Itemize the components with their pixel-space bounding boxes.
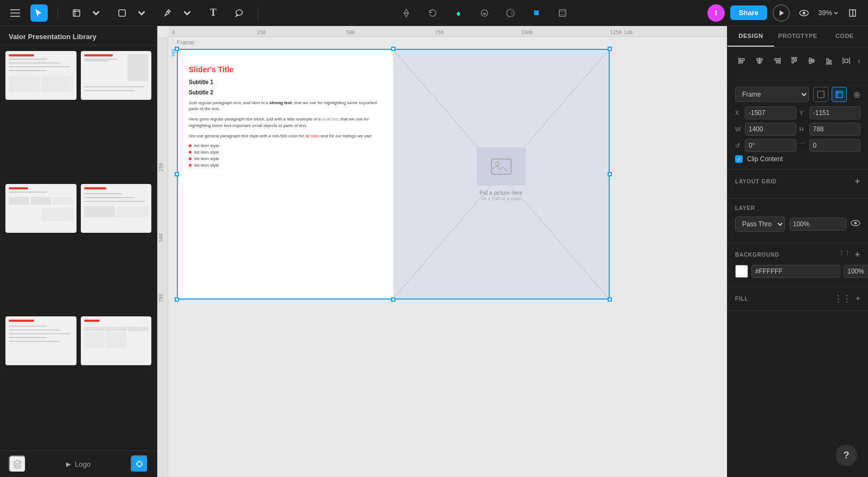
y-label: Y — [800, 110, 807, 116]
corner-handle-bl[interactable] — [175, 297, 179, 302]
components-button[interactable] — [131, 455, 148, 473]
svg-point-10 — [802, 11, 805, 14]
slide-paragraph1: Just regular paragraph text, and here is… — [189, 100, 382, 112]
tool-group-comment — [231, 4, 248, 22]
zoom-control[interactable]: 39% — [818, 9, 839, 17]
book-button[interactable] — [844, 4, 861, 22]
w-field: W 1400 — [735, 123, 796, 136]
text-tool[interactable]: T — [205, 4, 222, 22]
corner-radius-input[interactable]: 0 — [809, 139, 861, 152]
shape-dropdown[interactable] — [133, 4, 150, 22]
fill-add[interactable]: + — [856, 294, 860, 304]
clip-content-checkbox[interactable]: ✓ — [735, 155, 743, 163]
blend-mode-select[interactable]: Pass Through Normal Multiply Screen Over… — [735, 217, 785, 232]
layer-title: LAYER — [735, 205, 860, 211]
tab-design[interactable]: DESIGN — [727, 26, 774, 47]
slide-subtitle1: Subtitle 1 — [189, 79, 382, 85]
clip-content-label: Clip Content — [747, 155, 783, 163]
frame-dropdown[interactable] — [87, 4, 105, 22]
tab-prototype[interactable]: PROTOTYPE — [774, 26, 821, 47]
align-more[interactable]: › — [858, 56, 860, 65]
distribute-button[interactable] — [839, 54, 853, 68]
align-bottom-button[interactable] — [822, 54, 836, 68]
svg-rect-39 — [836, 91, 843, 98]
align-left-button[interactable] — [735, 54, 749, 68]
tab-code[interactable]: CODE — [821, 26, 868, 47]
logo-chevron: ▶ — [66, 461, 71, 468]
list-item[interactable] — [5, 51, 76, 100]
list-item[interactable] — [81, 316, 152, 365]
y-input[interactable]: -1151 — [809, 106, 861, 119]
square-fill-tool[interactable]: ■ — [528, 4, 545, 22]
fill-tool[interactable] — [502, 4, 519, 22]
svg-rect-12 — [136, 461, 142, 467]
thumbnail-grid — [0, 46, 157, 450]
select-tool[interactable] — [30, 4, 48, 22]
h-input[interactable]: 788 — [809, 123, 861, 136]
corner-handle-br[interactable] — [608, 297, 612, 302]
mid-handle-bottom[interactable] — [391, 297, 395, 302]
opacity-input[interactable]: 100% — [789, 218, 847, 231]
y-field: Y -1151 — [800, 106, 861, 119]
mid-handle-top[interactable] — [391, 47, 395, 51]
list-item[interactable] — [5, 316, 76, 365]
background-section: BACKGROUND ⋮⋮ + #FFFFFF 100% − — [727, 243, 868, 287]
align-center-h-button[interactable] — [752, 54, 767, 68]
comment-tool[interactable] — [231, 4, 248, 22]
visibility-toggle[interactable] — [851, 218, 860, 230]
align-top-button[interactable] — [787, 54, 801, 68]
boolean-tool[interactable]: ⬧ — [450, 4, 467, 22]
undo-tool[interactable] — [424, 4, 441, 22]
preview-button[interactable] — [795, 4, 813, 22]
mid-handle-left[interactable] — [175, 172, 179, 176]
svg-point-16 — [495, 162, 499, 166]
main-layout: Valor Presentation Library — [0, 26, 868, 477]
canvas-content: Frame Slider's Title Subtitle 1 — [168, 37, 727, 477]
corner-handle-tr[interactable] — [608, 47, 612, 51]
bg-opacity-input[interactable]: 100% — [844, 265, 868, 278]
list-item[interactable] — [5, 184, 76, 233]
layers-button[interactable] — [9, 455, 26, 473]
frame-icon-grid[interactable] — [813, 87, 828, 102]
help-button[interactable]: ? — [835, 444, 857, 466]
svg-rect-3 — [119, 10, 125, 16]
align-right-button[interactable] — [770, 54, 784, 68]
align-center-v-button[interactable] — [805, 54, 819, 68]
ruler-top: 0 250 500 750 1000 1250 140 — [168, 26, 727, 37]
frame-type-section: Frame Component Group ⊕ — [727, 80, 868, 170]
component-tool[interactable] — [398, 4, 415, 22]
menu-button[interactable] — [7, 4, 24, 22]
frame-type-select[interactable]: Frame Component Group — [735, 87, 809, 102]
trim-tool[interactable] — [554, 4, 571, 22]
svg-rect-28 — [795, 59, 796, 61]
tool-group-pen — [159, 4, 196, 22]
mid-handle-right[interactable] — [608, 172, 612, 176]
canvas-area[interactable]: 0 250 500 750 1000 1250 140 250 500 788 … — [157, 26, 727, 477]
background-dots[interactable]: ⋮⋮ — [839, 250, 851, 259]
rotation-input[interactable]: 0° — [745, 139, 796, 152]
toolbar: T ⬧ ■ I Share — [0, 0, 868, 26]
mask-tool[interactable] — [476, 4, 493, 22]
w-input[interactable]: 1400 — [745, 123, 796, 136]
frame-icon-frame[interactable] — [832, 87, 847, 102]
shape-tool[interactable] — [113, 4, 131, 22]
fill-dots[interactable]: ⋮⋮ — [834, 294, 851, 304]
play-button[interactable] — [773, 4, 790, 22]
bg-color-swatch[interactable] — [735, 265, 748, 278]
fill-actions: ⋮⋮ + — [834, 294, 860, 304]
corner-handle-tl[interactable] — [175, 47, 179, 51]
logo-group[interactable]: ▶ Logo — [66, 460, 91, 468]
bg-hex-input[interactable]: #FFFFFF — [751, 265, 840, 278]
svg-rect-34 — [829, 60, 831, 63]
frame-more-options[interactable]: ⊕ — [853, 90, 860, 100]
x-input[interactable]: -1507 — [745, 106, 796, 119]
pen-tool[interactable] — [159, 4, 176, 22]
frame-tool[interactable] — [68, 4, 85, 22]
h-field: H 788 — [800, 123, 861, 136]
list-item[interactable] — [81, 51, 152, 100]
share-button[interactable]: Share — [730, 5, 767, 20]
background-add[interactable]: + — [855, 250, 860, 259]
layout-grid-add[interactable]: + — [855, 176, 860, 186]
pen-dropdown[interactable] — [178, 4, 196, 22]
list-item[interactable] — [81, 184, 152, 233]
